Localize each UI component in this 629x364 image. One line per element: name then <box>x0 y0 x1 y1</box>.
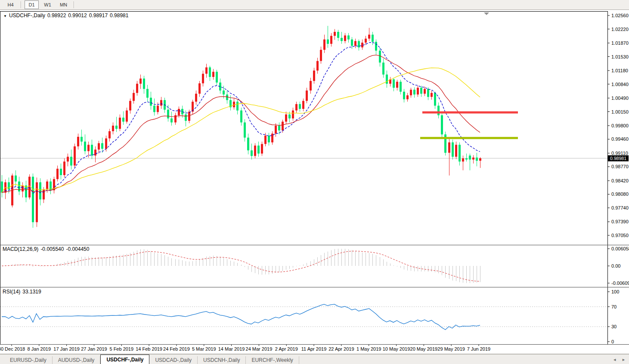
candle-bear <box>299 104 301 109</box>
price-axis-label: 1.00490 <box>611 96 629 101</box>
candle-bear <box>257 145 260 154</box>
tab-scroll-left-icon[interactable]: ◄ <box>613 358 617 362</box>
candle-bear <box>375 42 377 50</box>
candle-bear <box>327 40 329 44</box>
candle-bull <box>365 39 367 43</box>
candle-bear <box>209 68 211 77</box>
macd-main-value: -0.005540 <box>40 246 64 252</box>
date-axis-label: 20 May 2019 <box>410 346 438 352</box>
candle-bull <box>139 79 142 84</box>
rsi-value: 33.1319 <box>22 289 41 295</box>
candle-bear <box>441 115 443 135</box>
candle-bull <box>36 182 38 222</box>
date-axis-label: 2 Apr 2019 <box>275 346 298 352</box>
candle-bull <box>334 32 336 36</box>
candle-bear <box>437 106 440 115</box>
date-axis-label: 17 Jan 2019 <box>53 346 80 352</box>
candle-bear <box>351 40 353 46</box>
timeframe-toolbar: H4 D1 W1 MN <box>0 0 629 10</box>
candle-bull <box>77 137 79 146</box>
candle-bull <box>320 50 322 61</box>
candle-bear <box>452 142 454 157</box>
candle-bear <box>278 126 280 130</box>
candle-bull <box>306 90 308 101</box>
candle-bull <box>368 35 370 39</box>
candle-bull <box>188 112 190 121</box>
candle-bear <box>60 169 62 175</box>
candle-bull <box>195 94 197 102</box>
candle-bear <box>115 126 118 129</box>
date-axis-label: 24 Feb 2019 <box>163 346 190 352</box>
candle-bear <box>400 82 402 92</box>
macd-axis-label: 0.00 <box>611 263 620 268</box>
candle-bull <box>157 106 159 112</box>
tab-usdcad-daily[interactable]: USDCAD-,Daily <box>149 356 198 364</box>
candle-bear <box>143 79 145 89</box>
candle-bull <box>67 157 69 161</box>
symbol-list-toggle-icon[interactable]: ▼ <box>3 14 7 18</box>
candle-bear <box>223 90 225 94</box>
candle-bear <box>247 138 249 151</box>
tab-scroll-arrows: ◄ ► <box>613 358 626 362</box>
timeframe-button-mn[interactable]: MN <box>56 0 71 9</box>
candle-bull <box>285 114 287 122</box>
candle-bear <box>244 123 246 138</box>
candle-bear <box>236 102 239 110</box>
timeframe-button-h4[interactable]: H4 <box>3 0 18 9</box>
rsi-axis-label: 0 <box>611 339 614 344</box>
price-axis-label: 1.02220 <box>611 27 629 32</box>
candle-bull <box>417 88 419 95</box>
terminal-window: H4 D1 W1 MN 1.025601.022201.018701.01530… <box>0 0 629 364</box>
candle-bull <box>292 111 294 119</box>
symbol-timeframe-label: USDCHF-,Daily <box>9 12 45 19</box>
candle-bull <box>479 158 481 161</box>
candle-bull <box>74 146 76 166</box>
date-axis-label: 10 May 2019 <box>383 346 410 352</box>
candle-bull <box>105 139 107 149</box>
candle-bull <box>344 35 346 41</box>
date-axis-label: 14 Mar 2019 <box>218 346 245 352</box>
candle-bull <box>261 144 263 154</box>
candle-bull <box>472 157 474 160</box>
toolbar-separator <box>74 1 74 8</box>
candle-bull <box>396 82 398 88</box>
candle-bear <box>465 158 468 160</box>
candle-bull <box>202 74 204 83</box>
ohlc-high: 0.99012 <box>68 12 87 19</box>
candle-bull <box>98 143 100 150</box>
chart-canvas[interactable]: 1.025601.022201.018701.015301.011801.008… <box>0 0 629 364</box>
timeframe-button-d1[interactable]: D1 <box>25 0 39 9</box>
candle-bear <box>153 106 155 112</box>
tab-usdchf-daily[interactable]: USDCHF-,Daily <box>100 355 149 364</box>
candle-bull <box>282 122 284 130</box>
candle-bull <box>310 81 312 90</box>
tab-eurchf-weekly[interactable]: EURCHF-,Weekly <box>246 356 299 364</box>
date-axis-label: 24 Mar 2019 <box>246 346 273 352</box>
price-axis-label: 1.01530 <box>611 54 629 59</box>
candle-bear <box>101 143 103 149</box>
candle-bear <box>185 114 187 121</box>
chart-tab-bar: EURUSD-,Daily AUDUSD-,Daily USDCHF-,Dail… <box>0 354 629 364</box>
candle-bear <box>382 62 384 74</box>
date-axis-label: 5 Feb 2019 <box>109 346 133 352</box>
candle-bull <box>275 126 277 134</box>
price-axis-label: 0.97050 <box>611 233 629 238</box>
ohlc-open: 0.98922 <box>47 12 66 19</box>
candle-bull <box>108 131 111 139</box>
candle-bear <box>420 88 422 94</box>
timeframe-button-w1[interactable]: W1 <box>40 0 55 9</box>
tab-usdcnh-daily[interactable]: USDCNH-,Daily <box>198 356 246 364</box>
candle-bull <box>119 117 121 129</box>
ohlc-close: 0.98981 <box>110 12 128 19</box>
date-axis-label: 8 Jan 2019 <box>28 346 51 352</box>
candle-bull <box>87 145 90 151</box>
tab-scroll-right-icon[interactable]: ► <box>622 358 626 362</box>
tab-eurusd-daily[interactable]: EURUSD-,Daily <box>4 356 53 364</box>
price-axis-label: 0.99800 <box>611 123 629 128</box>
price-axis-label: 1.01870 <box>611 40 629 46</box>
candle-bear <box>91 145 93 155</box>
macd-name: MACD(12,26,9) <box>3 246 38 252</box>
tab-audusd-daily[interactable]: AUDUSD-,Daily <box>53 356 101 364</box>
rsi-axis-label: 100 <box>611 289 619 294</box>
candle-bear <box>84 142 86 151</box>
